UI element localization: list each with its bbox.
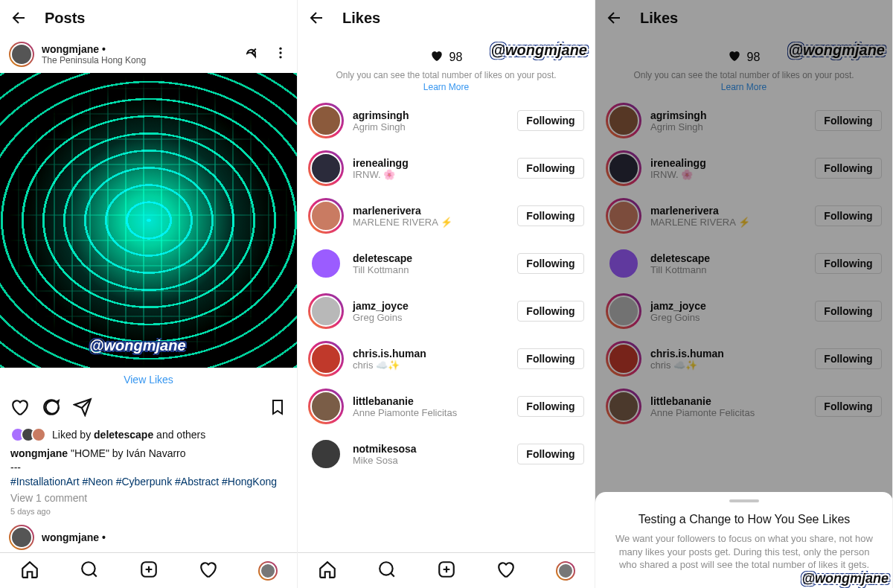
profile-icon[interactable] xyxy=(258,561,278,581)
profile-icon[interactable] xyxy=(556,561,575,581)
liker-displayname: Mike Sosa xyxy=(353,455,508,466)
activity-icon[interactable] xyxy=(496,560,516,582)
header: Posts xyxy=(0,0,297,36)
liker-displayname: IRNW. 🌸 xyxy=(353,169,508,180)
post-image[interactable]: @wongmjane xyxy=(0,73,298,368)
liker-row[interactable]: deletescapeTill KottmannFollowing xyxy=(298,240,595,287)
share-icon[interactable] xyxy=(246,45,263,64)
panel-likes-sheet: Likes 98 Only you can see the total numb… xyxy=(595,0,893,588)
author-info[interactable]: wongmjane • The Peninsula Hong Kong xyxy=(42,43,246,65)
comment-icon[interactable] xyxy=(42,397,61,420)
liker-username: chris.is.human xyxy=(353,348,508,359)
following-button[interactable]: Following xyxy=(517,110,584,131)
liker-avatar[interactable] xyxy=(308,103,344,138)
liker-username: jamz_joyce xyxy=(353,300,508,312)
svg-point-1 xyxy=(279,51,281,54)
view-comments-link[interactable]: View 1 comment xyxy=(0,489,297,507)
next-post-header: wongmjane • xyxy=(0,516,297,553)
following-button[interactable]: Following xyxy=(517,301,584,322)
liker-displayname: Agrim Singh xyxy=(353,121,508,132)
liker-avatar[interactable] xyxy=(308,198,344,234)
page-title: Likes xyxy=(342,10,380,27)
back-arrow-icon[interactable] xyxy=(10,9,28,27)
liker-displayname: chris ☁️✨ xyxy=(353,359,508,371)
back-arrow-icon[interactable] xyxy=(308,9,326,27)
author-username: wongmjane • xyxy=(42,43,246,55)
post-header: wongmjane • The Peninsula Hong Kong xyxy=(0,36,297,73)
liker-username: irenealingg xyxy=(353,157,508,169)
liker-row[interactable]: agrimsinghAgrim SinghFollowing xyxy=(298,97,595,144)
search-icon[interactable] xyxy=(80,560,99,582)
liked-by-prefix: Liked by xyxy=(52,429,94,441)
svg-point-0 xyxy=(279,48,281,50)
panel-posts: Posts wongmjane • The Peninsula Hong Kon… xyxy=(0,0,298,588)
post-time: 5 days ago xyxy=(0,507,297,516)
post-action-bar xyxy=(0,392,297,426)
liker-row[interactable]: chris.is.humanchris ☁️✨Following xyxy=(298,335,595,383)
likes-summary: 98 Only you can see the total number of … xyxy=(298,36,595,97)
create-icon[interactable] xyxy=(437,560,456,582)
liker-names: jamz_joyceGreg Goins xyxy=(353,300,508,323)
bottom-nav xyxy=(298,552,595,588)
liker-names: irenealinggIRNW. 🌸 xyxy=(353,157,508,180)
more-options-icon[interactable] xyxy=(273,45,288,63)
liker-avatar[interactable] xyxy=(308,246,344,281)
following-button[interactable]: Following xyxy=(517,253,584,274)
caption-username[interactable]: wongmjane xyxy=(10,447,68,459)
liker-row[interactable]: jamz_joyceGreg GoinsFollowing xyxy=(298,287,595,335)
liker-username: marlenerivera xyxy=(353,205,508,217)
liker-names: chris.is.humanchris ☁️✨ xyxy=(353,348,508,371)
home-icon[interactable] xyxy=(20,560,39,582)
watermark: @wongmjane xyxy=(89,337,186,354)
search-icon[interactable] xyxy=(377,560,397,582)
watermark: @wongmjane xyxy=(801,571,889,587)
liker-avatar[interactable] xyxy=(308,436,344,472)
bookmark-icon[interactable] xyxy=(269,398,287,419)
panel-likes: Likes 98 Only you can see the total numb… xyxy=(298,0,595,588)
create-icon[interactable] xyxy=(139,560,159,582)
view-likes-link[interactable]: View Likes xyxy=(0,368,297,392)
sheet-title: Testing a Change to How You See Likes xyxy=(609,513,880,526)
watermark: @wongmjane xyxy=(490,42,587,59)
liker-row[interactable]: marleneriveraMARLENE RIVERA ⚡Following xyxy=(298,192,595,240)
liker-username: notmikesosa xyxy=(353,443,508,455)
sheet-handle[interactable] xyxy=(729,499,759,502)
following-button[interactable]: Following xyxy=(517,205,584,226)
liked-by-row[interactable]: Liked by deletescape and others xyxy=(0,426,297,447)
caption-hashtags[interactable]: #InstallationArt #Neon #Cyberpunk #Abstr… xyxy=(10,475,287,489)
liker-names: deletescapeTill Kottmann xyxy=(353,252,508,275)
liker-row[interactable]: irenealinggIRNW. 🌸Following xyxy=(298,144,595,192)
following-button[interactable]: Following xyxy=(517,348,584,369)
liker-displayname: MARLENE RIVERA ⚡ xyxy=(353,217,508,228)
liker-avatar[interactable] xyxy=(308,293,344,329)
liker-username: agrimsingh xyxy=(353,109,508,121)
liked-by-suffix: and others xyxy=(153,429,205,441)
liker-avatar[interactable] xyxy=(308,389,344,424)
home-icon[interactable] xyxy=(318,560,337,582)
page-title: Posts xyxy=(45,10,85,27)
author-avatar[interactable] xyxy=(9,42,34,67)
following-button[interactable]: Following xyxy=(517,396,584,417)
liker-username: littlebananie xyxy=(353,395,508,407)
send-icon[interactable] xyxy=(73,397,92,420)
heart-filled-icon xyxy=(430,49,444,65)
header: Likes xyxy=(298,0,595,36)
following-button[interactable]: Following xyxy=(517,444,584,464)
liked-by-user: deletescape xyxy=(94,429,153,441)
learn-more-link[interactable]: Learn More xyxy=(310,82,583,92)
likes-privacy-note: Only you can see the total number of lik… xyxy=(310,70,583,80)
liker-names: agrimsinghAgrim Singh xyxy=(353,109,508,132)
bottom-sheet: Testing a Change to How You See Likes We… xyxy=(595,492,893,588)
likes-count: 98 xyxy=(449,51,463,64)
like-icon[interactable] xyxy=(10,397,30,420)
activity-icon[interactable] xyxy=(199,560,218,582)
liker-row[interactable]: notmikesosaMike SosaFollowing xyxy=(298,430,595,478)
svg-point-2 xyxy=(279,56,281,58)
liker-names: marleneriveraMARLENE RIVERA ⚡ xyxy=(353,205,508,228)
liker-avatar[interactable] xyxy=(308,341,344,377)
liker-names: littlebananieAnne Piamonte Felicitas xyxy=(353,395,508,418)
following-button[interactable]: Following xyxy=(517,158,584,179)
next-author-avatar[interactable] xyxy=(9,525,34,550)
liker-row[interactable]: littlebananieAnne Piamonte FelicitasFoll… xyxy=(298,383,595,430)
liker-avatar[interactable] xyxy=(308,150,344,186)
